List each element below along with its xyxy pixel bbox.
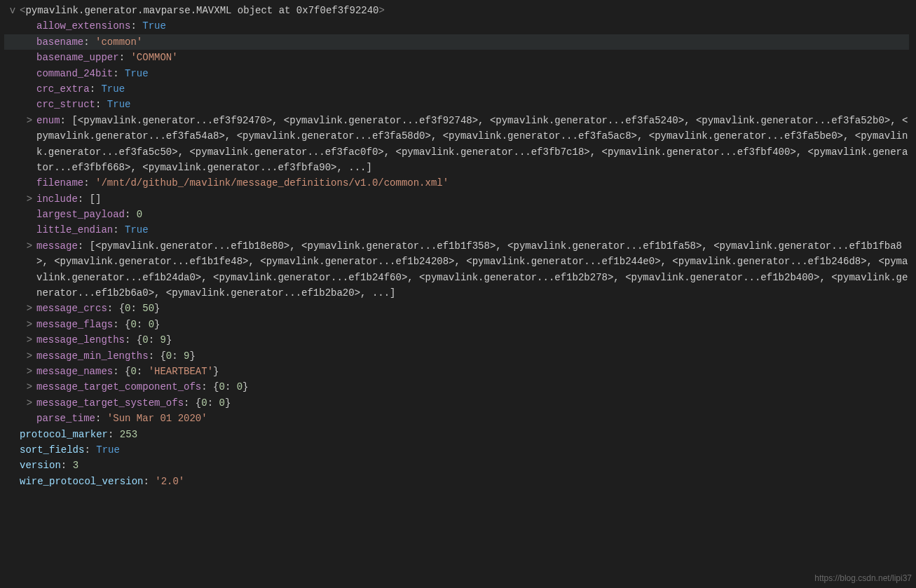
debug-variables-panel: v <pymavlink.generator.mavparse.MAVXML o… <box>0 0 916 588</box>
prop-key: allow_extensions <box>36 20 130 32</box>
chevron-right-icon[interactable]: > <box>25 301 34 316</box>
prop-key: message <box>36 240 78 252</box>
prop-key: message_min_lengths <box>36 350 149 362</box>
prop-key: wire_protocol_version <box>20 476 143 487</box>
prop-value: 253 <box>120 429 137 440</box>
prop-row[interactable]: basename_upper: 'COMMON' <box>4 50 909 65</box>
prop-key: message_crcs <box>36 303 107 314</box>
prop-key: sort_fields <box>20 444 84 456</box>
prop-row[interactable]: > message_target_system_ofs: {0: 0} <box>4 395 909 411</box>
prop-key: message_lengths <box>36 334 125 346</box>
prop-value: True <box>101 83 125 95</box>
prop-value: [] <box>90 193 102 205</box>
prop-key: basename_upper <box>36 52 119 63</box>
prop-row[interactable]: > include: [] <box>4 191 909 207</box>
chevron-right-icon[interactable]: > <box>25 332 34 348</box>
prop-value: [<pymavlink.generator...ef3f92470>, <pym… <box>36 115 908 173</box>
watermark-text: https://blog.csdn.net/lipi37 <box>814 572 912 585</box>
prop-key: parse_time <box>36 413 95 424</box>
prop-key: largest_payload <box>36 209 125 220</box>
prop-value: True <box>125 224 149 235</box>
prop-key: message_flags <box>36 319 113 330</box>
chevron-right-icon[interactable]: > <box>25 379 34 395</box>
chevron-right-icon[interactable]: > <box>25 113 34 128</box>
prop-key: message_target_system_ofs <box>36 397 184 409</box>
chevron-right-icon[interactable]: > <box>25 364 34 379</box>
prop-row[interactable]: allow_extensions: True <box>4 18 909 34</box>
prop-row[interactable]: wire_protocol_version: '2.0' <box>4 474 909 489</box>
angle-close: > <box>379 5 385 16</box>
prop-value: '/mnt/d/github_/mavlink/message_definiti… <box>95 177 449 189</box>
prop-key: version <box>20 460 61 471</box>
prop-key: message_names <box>36 366 113 377</box>
prop-row[interactable]: > message_target_component_ofs: {0: 0} <box>4 379 909 395</box>
prop-key: include <box>36 193 78 205</box>
prop-row[interactable]: crc_extra: True <box>4 81 909 97</box>
prop-row[interactable]: crc_struct: True <box>4 97 909 112</box>
prop-key: message_target_component_ofs <box>36 381 201 392</box>
object-header-row[interactable]: v <pymavlink.generator.mavparse.MAVXML o… <box>4 3 909 18</box>
prop-value: 0 <box>137 209 142 220</box>
prop-key: command_24bit <box>36 68 113 79</box>
prop-value: True <box>96 444 120 456</box>
prop-value: [<pymavlink.generator...ef1b18e80>, <pym… <box>36 240 908 299</box>
prop-row[interactable]: > message_names: {0: 'HEARTBEAT'} <box>4 364 909 379</box>
chevron-right-icon[interactable]: > <box>25 348 34 364</box>
prop-row[interactable]: command_24bit: True <box>4 66 909 81</box>
prop-value: True <box>125 68 149 79</box>
chevron-right-icon[interactable]: > <box>25 238 34 254</box>
twist-icon[interactable]: v <box>8 3 17 18</box>
prop-row-message[interactable]: > message: [<pymavlink.generator...ef1b1… <box>4 238 909 301</box>
prop-row[interactable]: > message_crcs: {0: 50} <box>4 301 909 316</box>
prop-row-enum[interactable]: > enum: [<pymavlink.generator...ef3f9247… <box>4 113 909 176</box>
prop-row[interactable]: parse_time: 'Sun Mar 01 2020' <box>4 411 909 426</box>
prop-row[interactable]: > message_flags: {0: 0} <box>4 317 909 332</box>
chevron-right-icon[interactable]: > <box>25 191 34 207</box>
prop-row-selected[interactable]: basename: 'common' <box>4 34 909 50</box>
prop-row[interactable]: > message_lengths: {0: 9} <box>4 332 909 348</box>
prop-row[interactable]: filename: '/mnt/d/github_/mavlink/messag… <box>4 175 909 191</box>
prop-row[interactable]: > message_min_lengths: {0: 9} <box>4 348 909 364</box>
prop-row[interactable]: little_endian: True <box>4 222 909 238</box>
prop-key: crc_struct <box>36 99 95 110</box>
prop-row[interactable]: protocol_marker: 253 <box>4 427 909 442</box>
prop-key: crc_extra <box>36 83 90 95</box>
prop-key: basename <box>36 36 83 48</box>
prop-row[interactable]: largest_payload: 0 <box>4 207 909 222</box>
prop-value: True <box>142 20 166 32</box>
prop-row[interactable]: version: 3 <box>4 458 909 473</box>
prop-row[interactable]: sort_fields: True <box>4 442 909 458</box>
prop-value: '2.0' <box>155 476 184 487</box>
prop-value: 'COMMON' <box>130 52 177 63</box>
prop-key: filename <box>36 177 83 189</box>
prop-value: 3 <box>73 460 78 471</box>
prop-value: 'Sun Mar 01 2020' <box>107 413 207 424</box>
prop-key: enum <box>36 115 60 126</box>
prop-value: True <box>107 99 131 110</box>
object-repr: pymavlink.generator.mavparse.MAVXML obje… <box>25 5 378 16</box>
prop-key: protocol_marker <box>20 429 108 440</box>
chevron-right-icon[interactable]: > <box>25 317 34 332</box>
prop-value: 'common' <box>95 36 142 48</box>
prop-key: little_endian <box>36 224 113 235</box>
chevron-right-icon[interactable]: > <box>25 395 34 411</box>
